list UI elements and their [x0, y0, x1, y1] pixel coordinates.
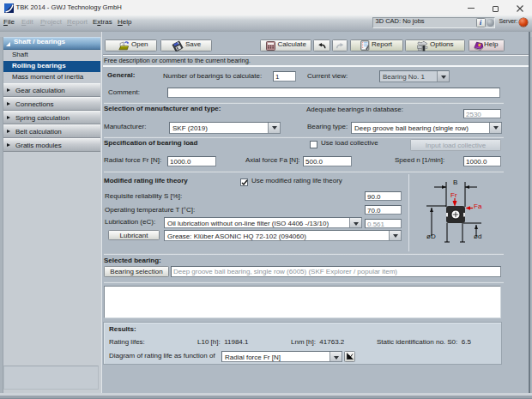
svg-text:øD: øD [426, 233, 436, 240]
svg-text:Fa: Fa [474, 203, 482, 210]
svg-text:B: B [453, 178, 457, 186]
svg-text:Fr: Fr [450, 191, 457, 199]
svg-text:ød: ød [474, 233, 481, 240]
